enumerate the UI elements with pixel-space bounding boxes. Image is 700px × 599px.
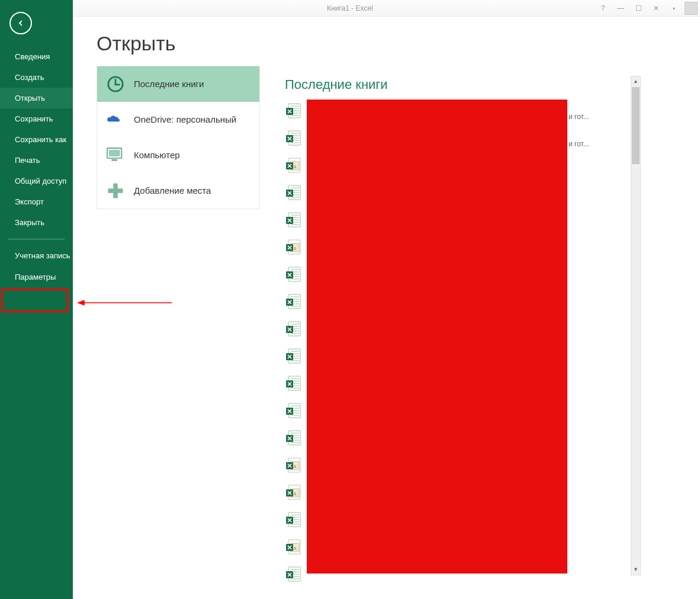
excel-file-icon	[285, 539, 301, 555]
nav-save[interactable]: Сохранить	[0, 108, 73, 129]
plus-icon	[107, 182, 124, 200]
excel-file-icon	[285, 484, 301, 501]
excel-file-icon	[285, 402, 301, 419]
redacted-region	[307, 100, 567, 574]
place-label: OneDrive: персональный	[134, 114, 236, 124]
excel-file-icon	[285, 157, 301, 174]
scroll-up-icon[interactable]: ▲	[631, 76, 640, 87]
recent-files-title: Последние книги	[285, 77, 637, 92]
nav-label: Закрыть	[15, 218, 44, 227]
back-button[interactable]	[9, 12, 32, 34]
excel-file-icon	[285, 212, 301, 228]
clock-icon	[107, 75, 124, 93]
excel-file-icon	[285, 348, 301, 364]
svg-rect-7	[108, 188, 123, 193]
arrow-left-icon	[16, 18, 25, 28]
place-label: Добавление места	[134, 185, 211, 196]
title-bar: Книга1 - Excel ? — ☐ ✕ ▾	[0, 0, 700, 17]
nav-label: Общий доступ	[15, 177, 66, 185]
window-controls: ? — ☐ ✕ ▾	[597, 0, 698, 17]
nav-label: Сохранить	[15, 114, 53, 123]
nav-label: Сведения	[15, 52, 50, 61]
excel-file-icon	[285, 511, 301, 528]
page-title: Открыть	[97, 32, 700, 55]
nav-label: Печать	[15, 156, 40, 165]
computer-icon	[107, 146, 124, 164]
maximize-icon[interactable]: ☐	[632, 4, 644, 12]
minimize-icon[interactable]: —	[615, 4, 627, 12]
excel-file-icon	[285, 102, 301, 119]
nav-label: Экспорт	[15, 197, 44, 206]
user-avatar-icon[interactable]	[685, 2, 698, 15]
nav-account[interactable]: Учетная запись	[0, 245, 73, 267]
excel-file-icon	[285, 375, 301, 392]
place-onedrive[interactable]: OneDrive: персональный	[97, 102, 259, 137]
ribbon-options-dropdown-icon[interactable]: ▾	[668, 6, 680, 11]
excel-file-icon	[285, 293, 301, 310]
excel-file-icon	[285, 184, 301, 201]
close-icon[interactable]: ✕	[650, 4, 662, 12]
excel-file-icon	[285, 566, 301, 582]
nav-new[interactable]: Создать	[0, 67, 73, 88]
place-label: Компьютер	[134, 150, 180, 160]
svg-rect-4	[109, 150, 120, 156]
nav-options[interactable]: Параметры	[0, 267, 73, 287]
nav-print[interactable]: Печать	[0, 150, 73, 171]
place-recent[interactable]: Последние книги	[97, 66, 259, 102]
excel-file-icon	[285, 239, 301, 255]
place-computer[interactable]: Компьютер	[97, 137, 259, 173]
excel-file-icon	[285, 321, 301, 337]
backstage-nav: Сведения Создать Открыть Сохранить Сохра…	[0, 46, 73, 233]
nav-share[interactable]: Общий доступ	[0, 171, 73, 191]
backstage-sidebar: Сведения Создать Открыть Сохранить Сохра…	[0, 0, 73, 599]
recent-file-path-overflow: и гот...	[569, 113, 589, 121]
nav-close[interactable]: Закрыть	[0, 212, 73, 233]
excel-file-icon	[285, 266, 301, 283]
scroll-thumb[interactable]	[632, 87, 640, 164]
place-add-location[interactable]: Добавление места	[97, 173, 259, 209]
places-panel: Последние книги OneDrive: персональный К…	[97, 66, 260, 209]
vertical-scrollbar[interactable]: ▲ ▼	[631, 76, 641, 575]
app-title: Книга1 - Excel	[327, 4, 373, 12]
backstage-nav-secondary: Учетная запись Параметры	[0, 245, 73, 287]
nav-label: Параметры	[15, 273, 56, 281]
nav-export[interactable]: Экспорт	[0, 191, 73, 212]
nav-info[interactable]: Сведения	[0, 46, 73, 67]
nav-open[interactable]: Открыть	[0, 88, 73, 108]
nav-separator	[8, 239, 65, 239]
nav-label: Создать	[15, 73, 44, 82]
recent-file-path-overflow: и гот...	[569, 140, 589, 148]
help-icon[interactable]: ?	[597, 4, 609, 12]
svg-rect-5	[111, 159, 117, 161]
place-label: Последние книги	[134, 79, 204, 89]
nav-label: Сохранить как	[15, 135, 66, 144]
onedrive-icon	[107, 111, 124, 129]
scroll-down-icon[interactable]: ▼	[631, 565, 640, 575]
excel-file-icon	[285, 457, 301, 473]
excel-file-icon	[285, 430, 301, 446]
nav-save-as[interactable]: Сохранить как	[0, 129, 73, 150]
nav-label: Учетная запись	[15, 251, 70, 260]
excel-file-icon	[285, 130, 301, 146]
nav-label: Открыть	[15, 94, 45, 102]
